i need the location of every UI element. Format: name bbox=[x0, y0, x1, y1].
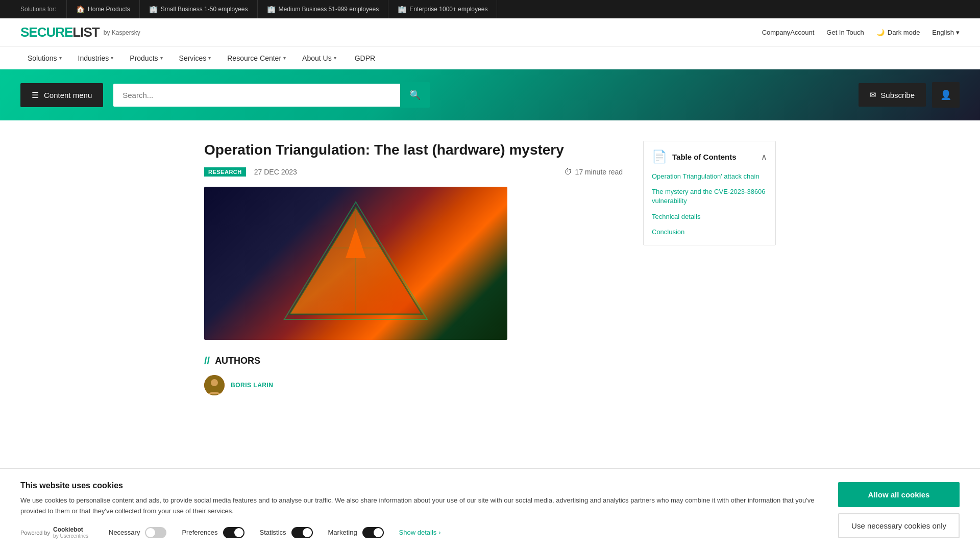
article-date: 27 DEC 2023 bbox=[254, 168, 297, 176]
authors-heading: // AUTHORS bbox=[204, 355, 623, 367]
header-right: CompanyAccount Get In Touch 🌙 Dark mode … bbox=[762, 29, 960, 36]
author-avatar bbox=[204, 375, 225, 395]
clock-icon: ⏱ bbox=[564, 167, 572, 177]
topbar-medium-business[interactable]: 🏢 Medium Business 51-999 employees bbox=[257, 0, 388, 18]
main-content: Operation Triangulation: The last (hardw… bbox=[184, 120, 796, 406]
nav-solutions[interactable]: Solutions ▾ bbox=[20, 47, 69, 69]
chevron-down-icon: ▾ bbox=[334, 55, 336, 61]
medium-business-icon: 🏢 bbox=[267, 5, 276, 13]
topbar-home-label: Home Products bbox=[88, 6, 130, 13]
search-area: 🔍 bbox=[113, 82, 430, 108]
toc-area: 📄 Table of Contents ∧ Operation Triangul… bbox=[643, 141, 776, 395]
nav-industries[interactable]: Industries ▾ bbox=[71, 47, 121, 69]
solutions-label: Solutions for: bbox=[20, 6, 56, 13]
nav-products[interactable]: Products ▾ bbox=[122, 47, 169, 69]
article-image bbox=[204, 187, 507, 340]
topbar-small-label: Small Business 1-50 employees bbox=[161, 6, 248, 13]
toc-header-left: 📄 Table of Contents bbox=[652, 149, 737, 164]
topbar-enterprise[interactable]: 🏢 Enterprise 1000+ employees bbox=[388, 0, 497, 18]
search-icon: 🔍 bbox=[409, 90, 421, 100]
authors-section: // AUTHORS BORIS LARIN bbox=[204, 355, 623, 395]
research-badge: RESEARCH bbox=[204, 167, 246, 177]
author-name[interactable]: BORIS LARIN bbox=[231, 382, 274, 389]
dark-mode-label: Dark mode bbox=[888, 29, 920, 36]
main-nav: Solutions ▾ Industries ▾ Products ▾ Serv… bbox=[0, 47, 980, 69]
chevron-down-icon: ▾ bbox=[208, 55, 211, 61]
chevron-down-icon: ▾ bbox=[111, 55, 113, 61]
enterprise-icon: 🏢 bbox=[398, 5, 406, 13]
toc-link-attack-chain[interactable]: Operation Triangulation' attack chain bbox=[652, 172, 767, 181]
toc-link-mystery-cve[interactable]: The mystery and the CVE-2023-38606 vulne… bbox=[652, 187, 767, 206]
envelope-icon: ✉ bbox=[870, 90, 876, 99]
topbar-small-business[interactable]: 🏢 Small Business 1-50 employees bbox=[139, 0, 257, 18]
dark-mode-toggle[interactable]: 🌙 Dark mode bbox=[876, 29, 920, 36]
toc-link-conclusion[interactable]: Conclusion bbox=[652, 228, 767, 237]
subscribe-label: Subscribe bbox=[880, 91, 915, 99]
content-menu-button[interactable]: ☰ Content menu bbox=[20, 83, 103, 107]
nav-about-us[interactable]: About Us ▾ bbox=[295, 47, 344, 69]
small-business-icon: 🏢 bbox=[149, 5, 158, 13]
author-item: BORIS LARIN bbox=[204, 375, 623, 395]
topbar-enterprise-label: Enterprise 1000+ employees bbox=[409, 6, 487, 13]
chevron-down-icon: ▾ bbox=[59, 55, 62, 61]
logo-list: LIST bbox=[72, 24, 99, 40]
toc-collapse-button[interactable]: ∧ bbox=[761, 152, 767, 162]
user-icon: 👤 bbox=[940, 90, 951, 100]
chevron-down-icon: ▾ bbox=[283, 55, 286, 61]
article-title: Operation Triangulation: The last (hardw… bbox=[204, 141, 623, 159]
get-in-touch-link[interactable]: Get In Touch bbox=[826, 29, 864, 36]
svg-point-7 bbox=[211, 379, 218, 386]
top-bar: Solutions for: 🏠 Home Products 🏢 Small B… bbox=[0, 0, 980, 18]
search-button[interactable]: 🔍 bbox=[400, 82, 430, 108]
article-meta: RESEARCH 27 DEC 2023 ⏱ 17 minute read bbox=[204, 167, 623, 177]
toc-title: Table of Contents bbox=[672, 153, 737, 161]
authors-slash: // bbox=[204, 355, 210, 367]
company-account-link[interactable]: CompanyAccount bbox=[762, 29, 815, 36]
logo-secure: SECURE bbox=[20, 24, 72, 40]
subscribe-button[interactable]: ✉ Subscribe bbox=[859, 83, 926, 107]
search-input[interactable] bbox=[113, 84, 400, 107]
document-icon: 📄 bbox=[652, 149, 667, 164]
nav-resource-center[interactable]: Resource Center ▾ bbox=[220, 47, 293, 69]
home-icon: 🏠 bbox=[76, 5, 85, 13]
logo-area[interactable]: SECURELIST by Kaspersky bbox=[20, 24, 140, 40]
logo: SECURELIST bbox=[20, 24, 100, 40]
read-time: ⏱ 17 minute read bbox=[564, 167, 623, 177]
nav-gdpr[interactable]: GDPR bbox=[348, 47, 382, 69]
lang-label: English bbox=[932, 29, 954, 36]
toc-box: 📄 Table of Contents ∧ Operation Triangul… bbox=[643, 141, 776, 245]
logo-by: by Kaspersky bbox=[104, 29, 140, 36]
topbar-medium-label: Medium Business 51-999 employees bbox=[279, 6, 379, 13]
user-account-button[interactable]: 👤 bbox=[932, 82, 960, 108]
toc-links: Operation Triangulation' attack chain Th… bbox=[652, 172, 767, 237]
hamburger-icon: ☰ bbox=[32, 90, 39, 100]
read-time-text: 17 minute read bbox=[575, 168, 623, 176]
article-area: Operation Triangulation: The last (hardw… bbox=[204, 141, 623, 395]
banner: ☰ Content menu 🔍 ✉ Subscribe 👤 bbox=[0, 69, 980, 120]
chevron-down-icon: ▾ bbox=[956, 29, 960, 36]
language-selector[interactable]: English ▾ bbox=[932, 29, 960, 36]
header: SECURELIST by Kaspersky CompanyAccount G… bbox=[0, 18, 980, 47]
avatar-image bbox=[204, 375, 225, 395]
authors-label-text: AUTHORS bbox=[215, 356, 260, 366]
toc-link-technical[interactable]: Technical details bbox=[652, 212, 767, 221]
banner-right: ✉ Subscribe 👤 bbox=[859, 82, 960, 108]
nav-services[interactable]: Services ▾ bbox=[172, 47, 218, 69]
toc-header: 📄 Table of Contents ∧ bbox=[652, 149, 767, 164]
topbar-home[interactable]: 🏠 Home Products bbox=[66, 0, 139, 18]
article-illustration bbox=[279, 197, 432, 330]
moon-icon: 🌙 bbox=[876, 29, 885, 36]
chevron-down-icon: ▾ bbox=[160, 55, 163, 61]
content-menu-label: Content menu bbox=[44, 91, 92, 99]
